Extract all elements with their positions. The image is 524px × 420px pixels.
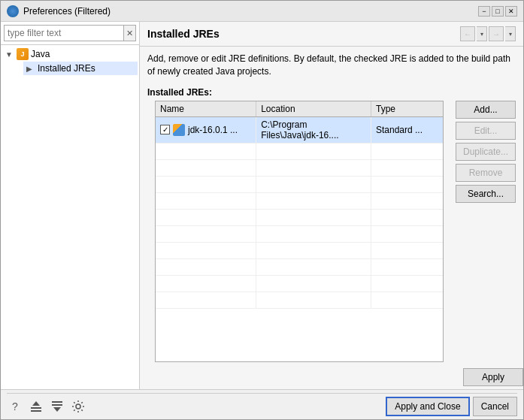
table-row-empty bbox=[156, 275, 443, 292]
table-row-empty bbox=[156, 176, 443, 192]
bottom-bar: ? bbox=[1, 389, 523, 419]
tree-item-java[interactable]: ▼ J Java bbox=[2, 47, 138, 62]
remove-button[interactable]: Remove bbox=[456, 164, 516, 182]
col-header-type: Type bbox=[371, 101, 443, 117]
settings-icon[interactable] bbox=[70, 398, 86, 415]
search-button[interactable]: Search... bbox=[456, 185, 516, 203]
jre-type-cell: Standard ... bbox=[371, 116, 443, 143]
jre-icon bbox=[173, 124, 185, 136]
bottom-actions: ? bbox=[7, 393, 517, 416]
import-icon[interactable] bbox=[49, 398, 65, 415]
panel-description: Add, remove or edit JRE definitions. By … bbox=[140, 47, 523, 84]
window-title: Preferences (Filtered) bbox=[23, 6, 474, 17]
svg-rect-1 bbox=[31, 410, 41, 412]
jre-table-container: Name Location Type jdk-16.0.1 ... C:\ bbox=[155, 101, 444, 362]
cancel-button[interactable]: Cancel bbox=[473, 397, 517, 416]
right-panel: Installed JREs ← ▾ → ▾ Add, remove or ed… bbox=[140, 22, 523, 389]
table-row[interactable]: jdk-16.0.1 ... C:\Program Files\Java\jdk… bbox=[156, 116, 443, 143]
tree-children: ▶ Installed JREs bbox=[2, 62, 138, 75]
installed-jres-arrow: ▶ bbox=[26, 65, 35, 73]
table-row-empty bbox=[156, 258, 443, 275]
apply-row: Apply bbox=[140, 365, 523, 389]
preferences-window: Preferences (Filtered) − □ ✕ ✕ ▼ J Java bbox=[0, 0, 524, 420]
filter-box: ✕ bbox=[1, 22, 139, 45]
jre-name: jdk-16.0.1 ... bbox=[188, 125, 238, 135]
svg-rect-4 bbox=[52, 404, 62, 406]
tree-item-installed-jres[interactable]: ▶ Installed JREs bbox=[23, 62, 138, 75]
jre-table: Name Location Type jdk-16.0.1 ... C:\ bbox=[156, 101, 443, 309]
tree-area: ▼ J Java ▶ Installed JREs bbox=[1, 45, 139, 389]
jre-location-cell: C:\Program Files\Java\jdk-16.... bbox=[256, 116, 371, 143]
nav-forward-dropdown[interactable]: ▾ bbox=[505, 26, 516, 41]
side-buttons: Add... Edit... Duplicate... Remove Searc… bbox=[451, 101, 523, 362]
col-header-location: Location bbox=[256, 101, 371, 117]
nav-back-dropdown[interactable]: ▾ bbox=[477, 26, 487, 41]
edit-button[interactable]: Edit... bbox=[456, 122, 516, 140]
nav-forward-button[interactable]: → bbox=[489, 26, 504, 41]
col-header-name: Name bbox=[156, 101, 256, 117]
title-bar: Preferences (Filtered) − □ ✕ bbox=[1, 1, 523, 22]
sidebar: ✕ ▼ J Java ▶ Installed JREs bbox=[1, 22, 140, 389]
svg-marker-2 bbox=[32, 401, 40, 406]
installed-jres-section-label: Installed JREs: bbox=[140, 84, 523, 101]
export-icon[interactable] bbox=[28, 398, 44, 415]
java-icon: J bbox=[17, 48, 29, 60]
java-expand-arrow: ▼ bbox=[5, 50, 14, 59]
help-icon[interactable]: ? bbox=[7, 398, 23, 415]
panel-header: Installed JREs ← ▾ → ▾ bbox=[140, 22, 523, 47]
filter-clear-button[interactable]: ✕ bbox=[124, 25, 136, 41]
table-row-empty bbox=[156, 242, 443, 258]
app-icon bbox=[7, 5, 19, 17]
main-content: ✕ ▼ J Java ▶ Installed JREs I bbox=[1, 22, 523, 389]
filter-input[interactable] bbox=[4, 25, 124, 41]
table-wrapper: Name Location Type jdk-16.0.1 ... C:\ bbox=[140, 101, 451, 362]
installed-jres-label: Installed JREs bbox=[38, 63, 95, 74]
table-row-empty bbox=[156, 292, 443, 308]
jre-checkbox[interactable] bbox=[160, 125, 170, 134]
svg-point-6 bbox=[76, 404, 80, 409]
duplicate-button[interactable]: Duplicate... bbox=[456, 143, 516, 161]
table-row-empty bbox=[156, 192, 443, 209]
svg-marker-5 bbox=[53, 407, 61, 412]
close-button[interactable]: ✕ bbox=[505, 6, 517, 17]
bottom-right-buttons: Apply and Close Cancel bbox=[386, 397, 517, 416]
nav-back-button[interactable]: ← bbox=[460, 26, 475, 41]
table-row-empty bbox=[156, 209, 443, 225]
java-label: Java bbox=[31, 49, 50, 59]
nav-buttons: ← ▾ → ▾ bbox=[460, 26, 516, 41]
maximize-button[interactable]: □ bbox=[492, 6, 504, 17]
jre-name-cell: jdk-16.0.1 ... bbox=[156, 116, 256, 143]
panel-title: Installed JREs bbox=[147, 28, 220, 40]
svg-rect-3 bbox=[52, 401, 62, 403]
minimize-button[interactable]: − bbox=[478, 6, 490, 17]
apply-button[interactable]: Apply bbox=[463, 368, 523, 386]
apply-and-close-button[interactable]: Apply and Close bbox=[386, 397, 469, 416]
window-controls: − □ ✕ bbox=[478, 6, 517, 17]
add-button[interactable]: Add... bbox=[456, 101, 516, 119]
bottom-left-icons: ? bbox=[7, 398, 86, 415]
table-row-empty bbox=[156, 159, 443, 176]
table-and-buttons: Name Location Type jdk-16.0.1 ... C:\ bbox=[140, 101, 523, 365]
table-row-empty bbox=[156, 143, 443, 159]
svg-rect-0 bbox=[31, 407, 41, 409]
table-row-empty bbox=[156, 225, 443, 242]
